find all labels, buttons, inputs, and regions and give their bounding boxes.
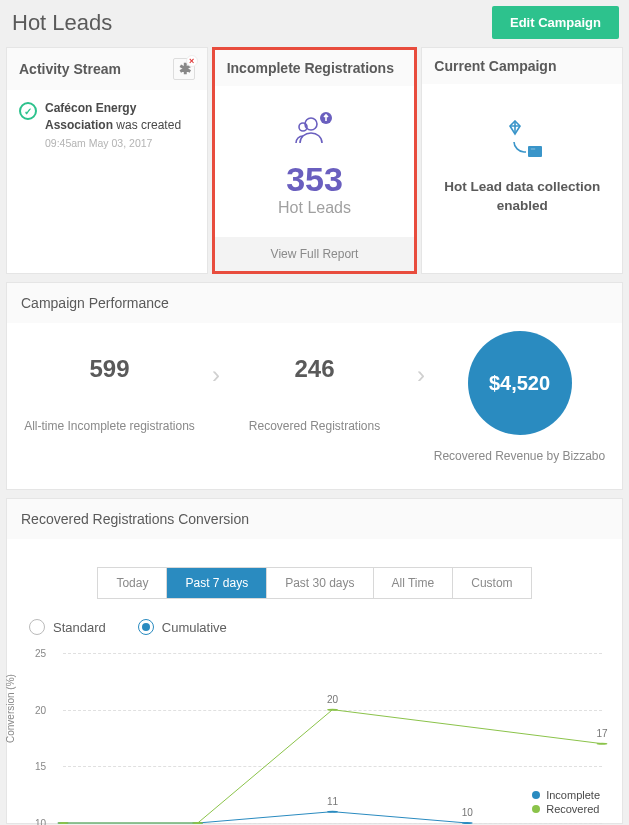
conversion-card: Recovered Registrations Conversion Today… [6, 498, 623, 824]
edit-campaign-button[interactable]: Edit Campaign [492, 6, 619, 39]
svg-point-8 [462, 822, 473, 824]
current-campaign-card: Current Campaign Hot Lead data collectio… [421, 47, 623, 274]
incomplete-title: Incomplete Registrations [215, 50, 415, 86]
legend-item: Recovered [532, 803, 600, 815]
view-full-report-link[interactable]: View Full Report [215, 237, 415, 271]
svg-point-9 [58, 822, 69, 824]
y-tick: 20 [35, 704, 46, 715]
tab-past-30-days[interactable]: Past 30 days [267, 568, 373, 598]
incomplete-count: 353 [215, 160, 415, 199]
tab-all-time[interactable]: All Time [374, 568, 454, 598]
mode-cumulative[interactable]: Cumulative [138, 619, 227, 635]
perf-incomplete-value: 599 [7, 355, 212, 383]
perf-revenue-label: Recovered Revenue by Bizzabo [417, 449, 622, 463]
svg-rect-4 [530, 148, 536, 150]
campaign-performance-card: Campaign Performance 599 All-time Incomp… [6, 282, 623, 490]
activity-stream-title: Activity Stream [19, 61, 121, 77]
page-title: Hot Leads [12, 10, 112, 36]
svg-point-12 [597, 743, 608, 745]
perf-recovered-label: Recovered Registrations [212, 419, 417, 433]
conversion-title: Recovered Registrations Conversion [7, 499, 622, 539]
svg-point-11 [327, 709, 338, 711]
y-tick: 25 [35, 648, 46, 659]
activity-item: Cafécon Energy Association was created 0… [45, 100, 195, 150]
incomplete-registrations-card: Incomplete Registrations 353 Hot Leads V… [212, 47, 418, 274]
check-icon [19, 102, 37, 120]
current-campaign-text: Hot Lead data collection enabled [432, 178, 612, 216]
current-campaign-title: Current Campaign [422, 48, 622, 84]
radio-icon [138, 619, 154, 635]
mode-standard[interactable]: Standard [29, 619, 106, 635]
slack-disconnect-icon[interactable]: ✱× [173, 58, 195, 80]
perf-recovered-value: 246 [212, 355, 417, 383]
diamond-box-icon [432, 120, 612, 162]
svg-point-7 [327, 811, 338, 813]
y-axis-label: Conversion (%) [5, 674, 16, 743]
legend-item: Incomplete [532, 789, 600, 801]
y-tick: 10 [35, 818, 46, 826]
incomplete-label: Hot Leads [215, 199, 415, 217]
tab-past-7-days[interactable]: Past 7 days [167, 568, 267, 598]
campaign-performance-title: Campaign Performance [7, 283, 622, 323]
activity-timestamp: 09:45am May 03, 2017 [45, 136, 195, 151]
tab-custom[interactable]: Custom [453, 568, 530, 598]
y-tick: 15 [35, 761, 46, 772]
tab-today[interactable]: Today [98, 568, 167, 598]
conversion-chart: 1015202511102017 [63, 653, 602, 823]
radio-icon [29, 619, 45, 635]
people-upload-icon [215, 110, 415, 150]
perf-revenue-value: $4,520 [468, 331, 572, 435]
svg-point-10 [192, 822, 203, 824]
perf-incomplete-label: All-time Incomplete registrations [7, 419, 212, 433]
activity-stream-card: Activity Stream ✱× Cafécon Energy Associ… [6, 47, 208, 274]
